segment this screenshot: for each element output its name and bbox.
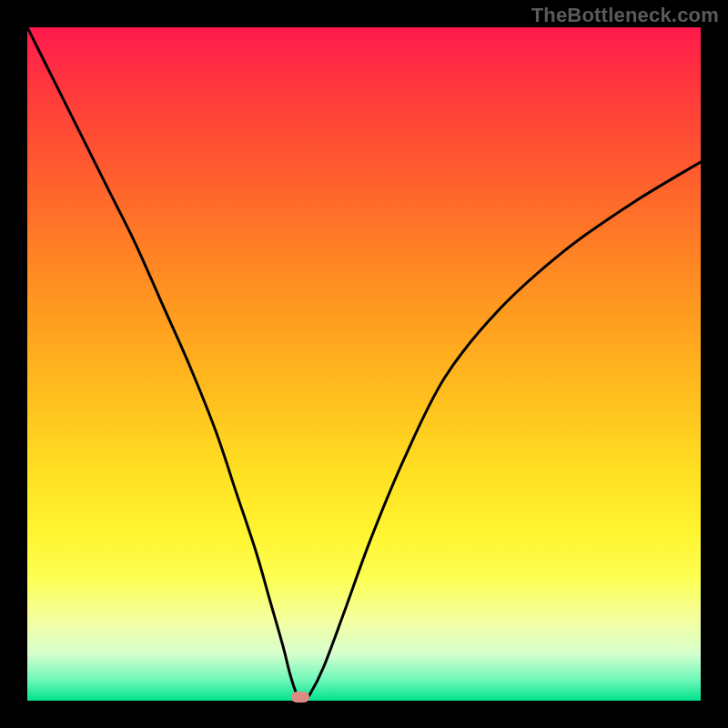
bottleneck-curve: [27, 27, 701, 701]
plot-area: [27, 27, 701, 701]
minimum-marker: [291, 692, 309, 703]
watermark-text: TheBottleneck.com: [531, 4, 719, 27]
chart-frame: TheBottleneck.com: [0, 0, 728, 728]
